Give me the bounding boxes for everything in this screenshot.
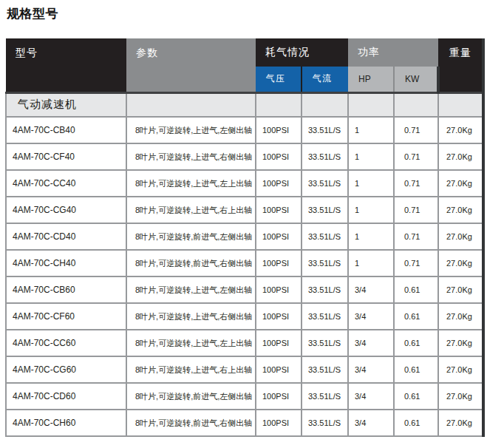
flow-cell: 33.51L/S bbox=[302, 117, 348, 143]
kw-cell: 0.71 bbox=[394, 223, 438, 250]
pressure-cell: 100PSI bbox=[256, 356, 302, 383]
params-cell: 8叶片,可逆旋转,前进气,左侧出轴 bbox=[126, 223, 256, 250]
pressure-cell: 100PSI bbox=[256, 250, 302, 276]
table-row: 4AM-70C-CD40 8叶片,可逆旋转,前进气,左侧出轴 100PSI 33… bbox=[6, 223, 483, 250]
flow-cell: 33.51L/S bbox=[302, 250, 348, 276]
model-cell: 4AM-70C-CH60 bbox=[6, 410, 126, 436]
flow-cell: 33.51L/S bbox=[302, 356, 348, 383]
pressure-cell: 100PSI bbox=[256, 330, 302, 356]
header-params: 参数 bbox=[126, 38, 256, 92]
section-label: 气动减速机 bbox=[6, 92, 126, 117]
model-cell: 4AM-70C-CD40 bbox=[6, 223, 126, 250]
flow-cell: 33.51L/S bbox=[302, 197, 348, 223]
weight-cell: 27.0Kg bbox=[438, 330, 483, 356]
table-row: 4AM-70C-CH40 8叶片,可逆旋转,前进气,右侧出轴 100PSI 33… bbox=[6, 250, 483, 276]
section-empty-cell bbox=[302, 92, 348, 117]
flow-cell: 33.51L/S bbox=[302, 223, 348, 250]
model-cell: 4AM-70C-CG60 bbox=[6, 356, 126, 383]
table-row: 4AM-70C-CH60 8叶片,可逆旋转,前进气,右侧出轴 100PSI 33… bbox=[6, 410, 483, 436]
pressure-cell: 100PSI bbox=[256, 410, 302, 436]
weight-cell: 27.0Kg bbox=[438, 143, 483, 170]
table-row: 4AM-70C-CB40 8叶片,可逆旋转,上进气,左侧出轴 100PSI 33… bbox=[6, 117, 483, 143]
model-cell: 4AM-70C-CB60 bbox=[6, 276, 126, 303]
flow-cell: 33.51L/S bbox=[302, 276, 348, 303]
pressure-cell: 100PSI bbox=[256, 117, 302, 143]
header-air-consumption: 耗气情况 bbox=[256, 38, 348, 67]
flow-cell: 33.51L/S bbox=[302, 170, 348, 197]
pressure-cell: 100PSI bbox=[256, 170, 302, 197]
params-cell: 8叶片,可逆旋转,前进气,左侧出轴 bbox=[126, 383, 256, 410]
params-cell: 8叶片,可逆旋转,上进气,右上出轴 bbox=[126, 356, 256, 383]
hp-cell: 3/4 bbox=[348, 410, 394, 436]
params-cell: 8叶片,可逆旋转,上进气,右侧出轴 bbox=[126, 143, 256, 170]
kw-cell: 0.71 bbox=[394, 170, 438, 197]
model-cell: 4AM-70C-CB40 bbox=[6, 117, 126, 143]
params-cell: 8叶片,可逆旋转,前进气,右侧出轴 bbox=[126, 410, 256, 436]
params-cell: 8叶片,可逆旋转,上进气,左侧出轴 bbox=[126, 276, 256, 303]
hp-cell: 3/4 bbox=[348, 383, 394, 410]
kw-cell: 0.71 bbox=[394, 250, 438, 276]
weight-cell: 27.0Kg bbox=[438, 276, 483, 303]
table-row: 4AM-70C-CF40 8叶片,可逆旋转,上进气,右侧出轴 100PSI 33… bbox=[6, 143, 483, 170]
spec-table: 型号 参数 耗气情况 功率 重量 气压 气流 HP KW 气动减速机 4AM-7… bbox=[5, 38, 485, 437]
params-cell: 8叶片,可逆旋转,前进气,右侧出轴 bbox=[126, 250, 256, 276]
kw-cell: 0.71 bbox=[394, 197, 438, 223]
header-air-flow: 气流 bbox=[302, 67, 348, 92]
section-empty-cell bbox=[348, 92, 394, 117]
header-power: 功率 bbox=[348, 38, 438, 67]
params-cell: 8叶片,可逆旋转,上进气,右上出轴 bbox=[126, 197, 256, 223]
weight-cell: 27.0Kg bbox=[438, 303, 483, 330]
catalog-page: { "page_title": "规格型号", "colors": { "hea… bbox=[0, 0, 487, 448]
model-cell: 4AM-70C-CD60 bbox=[6, 383, 126, 410]
flow-cell: 33.51L/S bbox=[302, 330, 348, 356]
hp-cell: 1 bbox=[348, 250, 394, 276]
header-model: 型号 bbox=[6, 38, 126, 92]
kw-cell: 0.61 bbox=[394, 410, 438, 436]
model-cell: 4AM-70C-CF60 bbox=[6, 303, 126, 330]
pressure-cell: 100PSI bbox=[256, 276, 302, 303]
kw-cell: 0.61 bbox=[394, 330, 438, 356]
hp-cell: 1 bbox=[348, 143, 394, 170]
model-cell: 4AM-70C-CC60 bbox=[6, 330, 126, 356]
header-air-pressure: 气压 bbox=[256, 67, 302, 92]
pressure-cell: 100PSI bbox=[256, 223, 302, 250]
kw-cell: 0.61 bbox=[394, 356, 438, 383]
weight-cell: 27.0Kg bbox=[438, 250, 483, 276]
weight-cell: 27.0Kg bbox=[438, 223, 483, 250]
pressure-cell: 100PSI bbox=[256, 143, 302, 170]
params-cell: 8叶片,可逆旋转,上进气,左上出轴 bbox=[126, 170, 256, 197]
kw-cell: 0.71 bbox=[394, 117, 438, 143]
weight-cell: 27.0Kg bbox=[438, 356, 483, 383]
hp-cell: 3/4 bbox=[348, 330, 394, 356]
header-hp: HP bbox=[348, 67, 394, 92]
kw-cell: 0.71 bbox=[394, 143, 438, 170]
hp-cell: 1 bbox=[348, 117, 394, 143]
hp-cell: 3/4 bbox=[348, 356, 394, 383]
section-empty-cell bbox=[126, 92, 256, 117]
hp-cell: 3/4 bbox=[348, 276, 394, 303]
params-cell: 8叶片,可逆旋转,上进气,左侧出轴 bbox=[126, 117, 256, 143]
kw-cell: 0.61 bbox=[394, 383, 438, 410]
hp-cell: 1 bbox=[348, 223, 394, 250]
header-weight: 重量 bbox=[438, 38, 483, 92]
model-cell: 4AM-70C-CG40 bbox=[6, 197, 126, 223]
weight-cell: 27.0Kg bbox=[438, 197, 483, 223]
section-empty-cell bbox=[394, 92, 438, 117]
flow-cell: 33.51L/S bbox=[302, 143, 348, 170]
table-row: 4AM-70C-CG60 8叶片,可逆旋转,上进气,右上出轴 100PSI 33… bbox=[6, 356, 483, 383]
pressure-cell: 100PSI bbox=[256, 303, 302, 330]
table-row: 4AM-70C-CC40 8叶片,可逆旋转,上进气,左上出轴 100PSI 33… bbox=[6, 170, 483, 197]
table-row: 4AM-70C-CF60 8叶片,可逆旋转,上进气,右侧出轴 100PSI 33… bbox=[6, 303, 483, 330]
model-cell: 4AM-70C-CF40 bbox=[6, 143, 126, 170]
page-title: 规格型号 bbox=[7, 6, 487, 22]
weight-cell: 27.0Kg bbox=[438, 170, 483, 197]
pressure-cell: 100PSI bbox=[256, 197, 302, 223]
weight-cell: 27.0Kg bbox=[438, 117, 483, 143]
kw-cell: 0.61 bbox=[394, 276, 438, 303]
table-row: 4AM-70C-CB60 8叶片,可逆旋转,上进气,左侧出轴 100PSI 33… bbox=[6, 276, 483, 303]
weight-cell: 27.0Kg bbox=[438, 383, 483, 410]
section-row: 气动减速机 bbox=[6, 92, 483, 117]
header-kw: KW bbox=[394, 67, 438, 92]
weight-cell: 27.0Kg bbox=[438, 410, 483, 436]
flow-cell: 33.51L/S bbox=[302, 303, 348, 330]
